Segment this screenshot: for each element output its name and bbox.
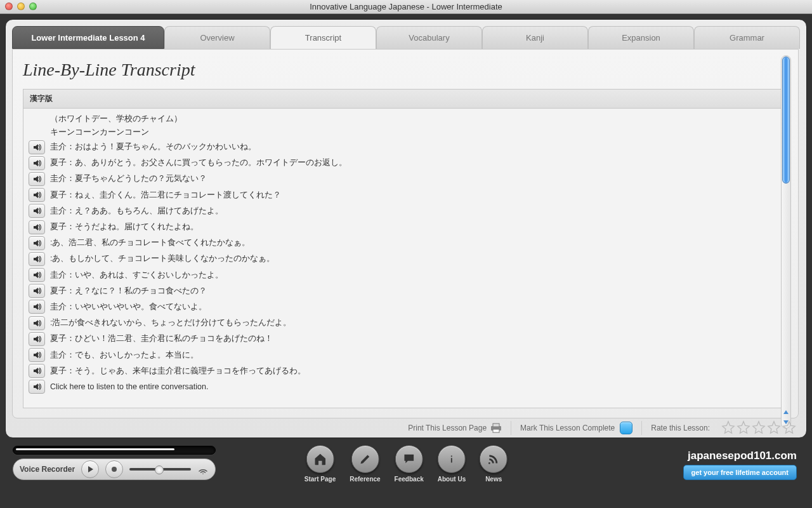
record-button[interactable] bbox=[105, 460, 123, 478]
speaker-icon bbox=[32, 286, 41, 295]
page-heading: Line-By-Line Transcript bbox=[23, 60, 788, 80]
transcript-row: 圭介：でも、おいしかったよ。本当に。 bbox=[29, 347, 783, 363]
play-line-button[interactable] bbox=[29, 220, 45, 234]
star-icon[interactable] bbox=[752, 420, 766, 436]
intro-line: （ホワイトデー、学校のチャイム） bbox=[29, 112, 783, 126]
play-line-button[interactable] bbox=[29, 348, 45, 362]
transcript-text: 夏子：そうだよね。届けてくれたよね。 bbox=[50, 222, 199, 232]
printer-icon bbox=[490, 423, 502, 433]
play-line-button[interactable] bbox=[29, 316, 45, 330]
play-line-button[interactable] bbox=[29, 268, 45, 282]
nav-start-page[interactable]: Start Page bbox=[304, 445, 336, 483]
print-lesson-link[interactable]: Print This Lesson Page bbox=[408, 423, 502, 433]
info-icon bbox=[445, 452, 459, 466]
promo-cta-button[interactable]: get your free lifetime account bbox=[683, 465, 797, 480]
transcript-row: Click here to listen to the entire conve… bbox=[29, 379, 783, 395]
transcript-text: 圭介：いやいやいやいや。食べてないよ。 bbox=[50, 302, 207, 312]
nav-news[interactable]: News bbox=[480, 445, 508, 483]
transcript-text: 圭介：いや、あれは、すごくおいしかったよ。 bbox=[50, 270, 223, 281]
rating-stars[interactable] bbox=[721, 420, 796, 436]
speaker-icon bbox=[32, 159, 41, 168]
transcript-row: 圭介：いや、あれは、すごくおいしかったよ。 bbox=[29, 267, 783, 283]
recorder-label: Voice Recorder bbox=[20, 465, 75, 474]
star-icon[interactable] bbox=[737, 420, 750, 436]
traffic-lights bbox=[5, 3, 37, 10]
zoom-window-button[interactable] bbox=[29, 3, 37, 10]
tab-grammar[interactable]: Grammar bbox=[694, 26, 800, 49]
transcript-row: 夏子：ねぇ、圭介くん。浩二君にチョコレート渡してくれた？ bbox=[29, 187, 783, 203]
speaker-icon bbox=[32, 223, 41, 232]
tab-overview[interactable]: Overview bbox=[164, 26, 270, 49]
transcript-row: 夏子：そうだよね。届けてくれたよね。 bbox=[29, 219, 783, 235]
star-icon[interactable] bbox=[767, 420, 781, 436]
tab-label: Expansion bbox=[622, 33, 660, 43]
scrollbar-thumb[interactable] bbox=[782, 57, 790, 184]
play-line-button[interactable] bbox=[29, 204, 45, 218]
lesson-title-label: Lower Intermediate Lesson 4 bbox=[31, 33, 145, 43]
vertical-scrollbar[interactable] bbox=[781, 55, 791, 429]
nav-about[interactable]: About Us bbox=[438, 445, 466, 483]
volume-slider[interactable] bbox=[129, 468, 191, 471]
play-line-button[interactable] bbox=[29, 284, 45, 298]
window-titlebar: Innovative Language Japanese - Lower Int… bbox=[0, 0, 812, 14]
complete-checkbox[interactable] bbox=[620, 422, 632, 434]
minimize-window-button[interactable] bbox=[17, 3, 25, 10]
star-icon[interactable] bbox=[721, 420, 735, 436]
play-line-button[interactable] bbox=[29, 172, 45, 186]
transcript-text: 夏子：ねぇ、圭介くん。浩二君にチョコレート渡してくれた？ bbox=[50, 190, 281, 201]
transcript-text: 夏子：あ、ありがとう。お父さんに買ってもらったの。ホワイトデーのお返し。 bbox=[50, 157, 347, 168]
nav-reference[interactable]: Reference bbox=[350, 445, 380, 483]
play-line-button[interactable] bbox=[29, 252, 45, 266]
svg-rect-1 bbox=[493, 424, 499, 427]
play-line-button[interactable] bbox=[29, 364, 45, 378]
scroll-up-button[interactable] bbox=[782, 408, 790, 416]
transcript-row: 圭介：いやいやいやいや。食べてないよ。 bbox=[29, 299, 783, 315]
lesson-title-tab[interactable]: Lower Intermediate Lesson 4 bbox=[12, 26, 164, 49]
transcript-text: 圭介：おはよう！夏子ちゃん。そのバックかわいいね。 bbox=[50, 142, 256, 152]
tab-label: Kanji bbox=[526, 33, 544, 43]
play-line-button[interactable] bbox=[29, 380, 45, 394]
play-line-button[interactable] bbox=[29, 236, 45, 250]
speaker-icon bbox=[32, 302, 41, 311]
speaker-icon bbox=[32, 143, 41, 152]
speaker-icon bbox=[32, 175, 41, 184]
playback-progress[interactable] bbox=[13, 446, 216, 455]
rate-label: Rate this Lesson: bbox=[651, 424, 710, 432]
svg-point-3 bbox=[112, 467, 117, 472]
transcript-row: 圭介：おはよう！夏子ちゃん。そのバックかわいいね。 bbox=[29, 139, 783, 155]
play-line-button[interactable] bbox=[29, 300, 45, 314]
home-icon bbox=[313, 452, 327, 466]
section-header: 漢字版 bbox=[23, 89, 788, 109]
play-line-button[interactable] bbox=[29, 156, 45, 170]
mark-complete-link[interactable]: Mark This Lesson Complete bbox=[520, 422, 632, 434]
play-line-button[interactable] bbox=[29, 332, 45, 346]
transcript-text: 圭介：でも、おいしかったよ。本当に。 bbox=[50, 350, 199, 361]
pen-icon bbox=[358, 452, 372, 466]
app-frame: Lower Intermediate Lesson 4 Overview Tra… bbox=[0, 14, 812, 508]
nav-feedback[interactable]: Feedback bbox=[395, 445, 424, 483]
speech-icon bbox=[402, 452, 416, 466]
play-button[interactable] bbox=[81, 460, 99, 478]
close-window-button[interactable] bbox=[5, 3, 13, 10]
divider bbox=[511, 421, 511, 435]
promo-box: japanesepod101.com get your free lifetim… bbox=[683, 450, 797, 480]
transcript-text: :あ、もしかして、チョコレート美味しくなかったのかなぁ。 bbox=[50, 253, 275, 264]
transcript-row: :あ、もしかして、チョコレート美味しくなかったのかなぁ。 bbox=[29, 251, 783, 267]
tab-expansion[interactable]: Expansion bbox=[588, 26, 694, 49]
tab-bar: Lower Intermediate Lesson 4 Overview Tra… bbox=[12, 26, 800, 49]
tab-vocabulary[interactable]: Vocabulary bbox=[376, 26, 482, 49]
lesson-actions-bar: Print This Lesson Page Mark This Lesson … bbox=[6, 418, 806, 438]
transcript-row: 圭介：え？ああ。もちろん、届けてあげたよ。 bbox=[29, 203, 783, 219]
speaker-icon bbox=[32, 382, 41, 391]
star-icon[interactable] bbox=[782, 420, 796, 436]
speaker-icon bbox=[32, 271, 41, 279]
transcript-row: 夏子：ひどい！浩二君、圭介君に私のチョコをあげたのね！ bbox=[29, 331, 783, 347]
play-line-button[interactable] bbox=[29, 188, 45, 202]
tab-kanji[interactable]: Kanji bbox=[482, 26, 588, 49]
speaker-icon bbox=[32, 190, 41, 199]
speaker-icon bbox=[32, 319, 41, 328]
nav-buttons: Start Page Reference Feedback About Us N… bbox=[304, 445, 508, 483]
tab-transcript[interactable]: Transcript bbox=[270, 26, 376, 49]
play-line-button[interactable] bbox=[29, 140, 45, 154]
speaker-icon bbox=[32, 255, 41, 264]
